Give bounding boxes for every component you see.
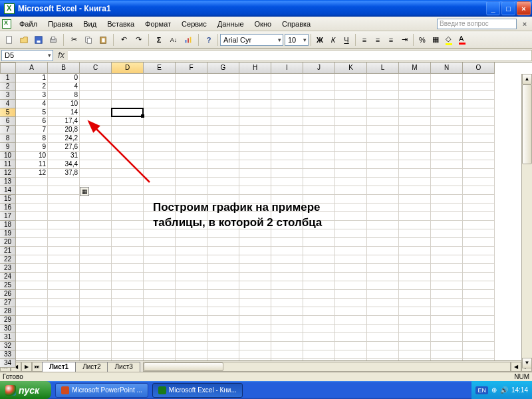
cell-O4[interactable] [463,100,495,108]
open-button[interactable] [17,33,31,47]
cell-N17[interactable] [431,212,463,221]
cell-E23[interactable] [144,264,176,273]
cell-G26[interactable] [207,290,239,299]
cell-F23[interactable] [176,264,207,273]
cell-H29[interactable] [239,316,271,325]
cell-J24[interactable] [303,273,335,281]
hscroll-left[interactable]: ◀ [511,362,521,372]
cell-A4[interactable]: 4 [16,100,48,108]
cell-K22[interactable] [335,255,367,264]
cell-O10[interactable] [463,152,495,160]
cell-L32[interactable] [367,342,399,350]
cell-N22[interactable] [431,255,463,264]
cell-B2[interactable]: 4 [48,82,80,91]
cell-K4[interactable] [335,100,367,108]
tray-icon[interactable]: ⊕ [491,386,497,394]
cell-M23[interactable] [399,264,431,273]
cell-F20[interactable] [176,238,207,247]
cell-D32[interactable] [112,342,144,350]
cell-F26[interactable] [176,290,207,299]
cell-B11[interactable]: 34,4 [48,160,80,169]
cell-L25[interactable] [367,281,399,290]
cell-O14[interactable] [463,186,495,195]
cell-K32[interactable] [335,342,367,350]
row-header-21[interactable]: 21 [0,247,16,255]
cell-O25[interactable] [463,281,495,290]
cell-N12[interactable] [431,169,463,178]
col-header-C[interactable]: C [80,63,112,74]
cell-G6[interactable] [207,117,239,126]
cell-J12[interactable] [303,169,335,178]
cell-M21[interactable] [399,247,431,255]
cell-N27[interactable] [431,299,463,307]
cell-A13[interactable] [16,178,48,186]
cell-I22[interactable] [271,255,303,264]
cell-K28[interactable] [335,307,367,316]
italic-button[interactable]: К [327,33,340,47]
cell-A1[interactable]: 1 [16,74,48,82]
cell-L30[interactable] [367,325,399,333]
cell-M15[interactable] [399,195,431,203]
cell-A27[interactable] [16,299,48,307]
cell-F12[interactable] [176,169,207,178]
scroll-down-button[interactable]: ▼ [522,358,532,368]
cell-L28[interactable] [367,307,399,316]
cell-B17[interactable] [48,212,80,221]
menu-insert[interactable]: Вставка [102,18,140,30]
cell-G31[interactable] [207,333,239,342]
cell-O33[interactable] [463,350,495,359]
cell-E21[interactable] [144,247,176,255]
cell-J3[interactable] [303,91,335,100]
cell-H14[interactable] [239,186,271,195]
cell-N5[interactable] [431,108,463,117]
cell-B21[interactable] [48,247,80,255]
cell-B12[interactable]: 37,8 [48,169,80,178]
cell-F5[interactable] [176,108,207,117]
cell-N10[interactable] [431,152,463,160]
cell-M29[interactable] [399,316,431,325]
cell-J13[interactable] [303,178,335,186]
cell-A17[interactable] [16,212,48,221]
cell-N28[interactable] [431,307,463,316]
cell-H6[interactable] [239,117,271,126]
cell-D21[interactable] [112,247,144,255]
control-menu-icon[interactable] [2,19,11,29]
cell-L31[interactable] [367,333,399,342]
cell-J11[interactable] [303,160,335,169]
cell-O30[interactable] [463,325,495,333]
cell-I20[interactable] [271,238,303,247]
align-right-button[interactable]: ≡ [384,33,398,47]
col-header-A[interactable]: A [16,63,48,74]
cell-N15[interactable] [431,195,463,203]
cell-G24[interactable] [207,273,239,281]
cell-O13[interactable] [463,178,495,186]
cell-N31[interactable] [431,333,463,342]
align-center-button[interactable]: ≡ [371,33,384,47]
merge-center-button[interactable]: ⇥ [398,33,411,47]
cell-D3[interactable] [112,91,144,100]
cell-K30[interactable] [335,325,367,333]
row-header-32[interactable]: 32 [0,342,16,350]
menu-tools[interactable]: Сервис [176,18,212,30]
cell-O9[interactable] [463,143,495,152]
cell-B14[interactable] [48,186,80,195]
menu-file[interactable]: Файл [14,18,43,30]
cell-E1[interactable] [144,74,176,82]
cell-A21[interactable] [16,247,48,255]
cell-I21[interactable] [271,247,303,255]
cell-O23[interactable] [463,264,495,273]
cell-B7[interactable]: 20,8 [48,126,80,134]
cell-L17[interactable] [367,212,399,221]
col-header-D[interactable]: D [112,63,144,74]
cell-O16[interactable] [463,203,495,212]
cell-H27[interactable] [239,299,271,307]
cell-K29[interactable] [335,316,367,325]
paste-button[interactable] [96,33,110,47]
cell-L6[interactable] [367,117,399,126]
cell-G4[interactable] [207,100,239,108]
col-header-H[interactable]: H [239,63,271,74]
undo-button[interactable]: ↶ [117,33,130,47]
cell-M26[interactable] [399,290,431,299]
cell-K5[interactable] [335,108,367,117]
cell-L23[interactable] [367,264,399,273]
